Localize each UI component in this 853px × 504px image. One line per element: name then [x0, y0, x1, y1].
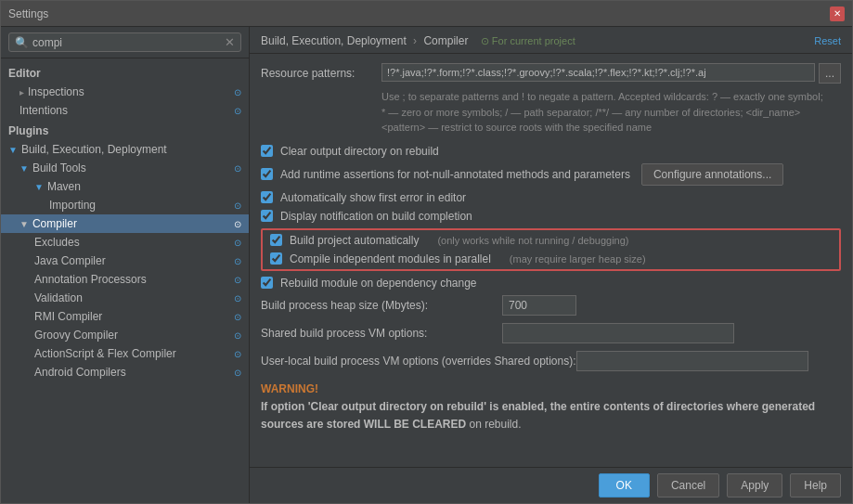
resource-patterns-row: Resource patterns: ...	[261, 63, 841, 84]
compiler-indicator: ⊙	[234, 219, 241, 229]
build-auto-note: (only works while not running / debuggin…	[437, 235, 628, 246]
build-auto-label: Build project automatically	[290, 234, 419, 247]
breadcrumb-separator: ›	[413, 34, 420, 47]
breadcrumb-part1: Build, Execution, Deployment	[261, 34, 407, 47]
sidebar-item-compiler[interactable]: ▼ Compiler ⊙	[1, 214, 249, 233]
cancel-button[interactable]: Cancel	[657, 473, 719, 498]
clear-output-label: Clear output directory on rebuild	[280, 145, 439, 158]
importing-label: Importing	[49, 199, 96, 212]
sidebar-item-build-execution[interactable]: ▼ Build, Execution, Deployment	[1, 140, 249, 159]
right-content: Resource patterns: ... Use ; to separate…	[250, 54, 852, 467]
android-indicator: ⊙	[234, 368, 241, 378]
plugins-section: Plugins	[1, 120, 249, 140]
user-local-vm-label: User-local build process VM options (ove…	[261, 355, 576, 368]
for-current-project: ⊙ For current project	[481, 35, 575, 46]
sidebar-item-actionscript[interactable]: ActionScript & Flex Compiler ⊙	[1, 344, 249, 363]
resource-patterns-input[interactable]	[381, 63, 815, 82]
sidebar-item-android[interactable]: Android Compilers ⊙	[1, 363, 249, 381]
java-compiler-label: Java Compiler	[34, 254, 106, 267]
apply-button[interactable]: Apply	[727, 473, 782, 498]
configure-annotations-button[interactable]: Configure annotations...	[641, 163, 783, 186]
clear-output-checkbox[interactable]	[261, 145, 273, 157]
sidebar-item-annotation-processors[interactable]: Annotation Processors ⊙	[1, 270, 249, 289]
warning-text: If option 'Clear output directory on reb…	[261, 398, 841, 433]
warning-section: WARNING! If option 'Clear output directo…	[261, 381, 841, 434]
shared-vm-input[interactable]	[502, 323, 734, 343]
auto-show-error-row: Automatically show first error in editor	[261, 191, 841, 204]
sidebar-item-rmi-compiler[interactable]: RMI Compiler ⊙	[1, 307, 249, 326]
compile-parallel-checkbox[interactable]	[270, 252, 282, 265]
display-notification-label: Display notification on build completion	[280, 210, 472, 223]
display-notification-checkbox[interactable]	[261, 210, 273, 222]
build-auto-checkbox[interactable]	[270, 234, 282, 246]
hint-line2: * — zero or more symbols; / — path separ…	[381, 107, 800, 118]
compile-parallel-note: (may require larger heap size)	[510, 253, 646, 265]
shared-vm-label: Shared build process VM options:	[261, 327, 502, 340]
breadcrumb-text: Build, Execution, Deployment › Compiler	[261, 34, 472, 47]
compiler-label: Compiler	[32, 217, 77, 230]
left-panel: 🔍 ✕ Editor ▸ Inspections ⊙ Intentions ⊙	[1, 27, 250, 503]
sidebar-item-excludes[interactable]: Excludes ⊙	[1, 233, 249, 252]
excludes-indicator: ⊙	[234, 238, 241, 248]
sidebar-item-maven[interactable]: ▼ Maven	[1, 177, 249, 196]
hint-text: Use ; to separate patterns and ! to nega…	[261, 89, 841, 136]
right-panel: Build, Execution, Deployment › Compiler …	[250, 27, 852, 503]
intentions-label: Intentions	[19, 104, 68, 117]
window-title: Settings	[8, 7, 48, 20]
rebuild-module-row: Rebuild module on dependency change	[261, 277, 841, 290]
resource-patterns-button[interactable]: ...	[819, 63, 841, 84]
breadcrumb-current: Compiler	[423, 34, 468, 47]
build-tools-arrow: ▼	[19, 163, 29, 174]
build-auto-row: Build project automatically (only works …	[270, 234, 832, 247]
sidebar-item-inspections[interactable]: ▸ Inspections ⊙	[1, 83, 249, 101]
validation-label: Validation	[34, 291, 83, 304]
build-execution-arrow: ▼	[8, 145, 18, 155]
maven-label: Maven	[47, 180, 81, 193]
heap-size-input[interactable]	[502, 295, 576, 316]
search-input[interactable]	[32, 36, 225, 49]
annotation-processors-label: Annotation Processors	[34, 273, 147, 286]
bottom-bar: OK Cancel Apply Help	[250, 467, 852, 503]
resource-patterns-label: Resource patterns:	[261, 63, 381, 80]
user-local-vm-row: User-local build process VM options (ove…	[261, 351, 841, 371]
sidebar-item-validation[interactable]: Validation ⊙	[1, 289, 249, 307]
ok-button[interactable]: OK	[599, 473, 650, 498]
hint-line1: Use ; to separate patterns and ! to nega…	[381, 91, 823, 102]
rebuild-module-checkbox[interactable]	[261, 277, 273, 289]
search-wrapper: 🔍 ✕	[8, 32, 241, 52]
inspections-arrow: ▸	[19, 87, 24, 97]
compile-parallel-row: Compile independent modules in parallel …	[270, 252, 832, 265]
excludes-label: Excludes	[34, 236, 80, 249]
right-header: Build, Execution, Deployment › Compiler …	[250, 27, 852, 54]
add-runtime-checkbox[interactable]	[261, 168, 273, 180]
help-button[interactable]: Help	[790, 473, 841, 498]
user-local-vm-input[interactable]	[576, 351, 808, 371]
validation-indicator: ⊙	[234, 293, 241, 304]
add-runtime-row: Add runtime assertions for not-null-anno…	[261, 163, 841, 186]
breadcrumb: Build, Execution, Deployment › Compiler …	[261, 34, 575, 47]
warning-end: on rebuild.	[466, 418, 521, 431]
importing-indicator: ⊙	[234, 200, 241, 211]
groovy-compiler-label: Groovy Compiler	[34, 329, 118, 342]
auto-show-error-checkbox[interactable]	[261, 191, 273, 203]
inspections-label: Inspections	[28, 85, 84, 98]
main-content: 🔍 ✕ Editor ▸ Inspections ⊙ Intentions ⊙	[1, 27, 852, 503]
maven-arrow: ▼	[34, 182, 44, 192]
actionscript-label: ActionScript & Flex Compiler	[34, 347, 176, 360]
auto-show-error-label: Automatically show first error in editor	[280, 191, 466, 204]
warning-title: WARNING!	[261, 381, 841, 398]
close-button[interactable]: ✕	[830, 6, 845, 21]
sidebar-item-groovy-compiler[interactable]: Groovy Compiler ⊙	[1, 326, 249, 344]
clear-output-row: Clear output directory on rebuild	[261, 145, 841, 158]
heap-size-label: Build process heap size (Mbytes):	[261, 299, 502, 312]
sidebar-item-intentions[interactable]: Intentions ⊙	[1, 101, 249, 120]
reset-link[interactable]: Reset	[814, 35, 841, 46]
build-tools-indicator: ⊙	[234, 163, 241, 174]
sidebar-item-java-compiler[interactable]: Java Compiler ⊙	[1, 252, 249, 270]
sidebar-item-importing[interactable]: Importing ⊙	[1, 196, 249, 214]
search-clear-icon[interactable]: ✕	[225, 35, 235, 49]
tree-panel: Editor ▸ Inspections ⊙ Intentions ⊙ Plug…	[1, 58, 249, 503]
warning-bold-text: If option 'Clear output directory on reb…	[261, 400, 815, 431]
sidebar-item-build-tools[interactable]: ▼ Build Tools ⊙	[1, 159, 249, 177]
shared-vm-row: Shared build process VM options:	[261, 323, 841, 343]
